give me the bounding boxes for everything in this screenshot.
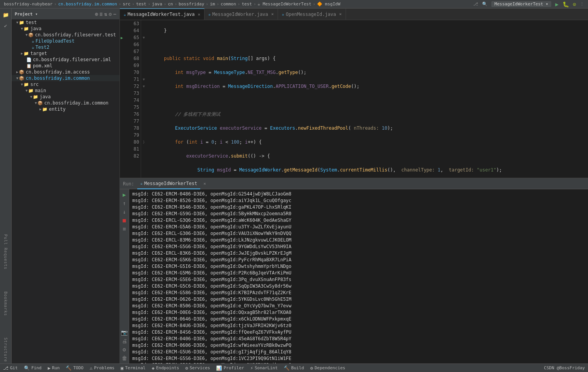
tree-item-entity[interactable]: ▶ 📁 entity [12,106,119,112]
vcs-icon[interactable]: ⎇ [473,2,478,7]
breadcrumb-java[interactable]: java [152,2,162,7]
coverage-button[interactable]: ⊙ [573,1,576,7]
run-wrap-btn[interactable]: ≡ [121,225,128,233]
line-number: 78 [120,125,141,132]
code-content[interactable]: } public static void main(String[] args)… [147,20,588,178]
sidebar-settings-icon[interactable]: ⚙ [109,11,112,17]
output-line: msgId: CE62-ERCM-G5C6-D3E6, openMsgId:Sq… [132,283,585,290]
tab-close-btn[interactable]: × [198,12,200,17]
tree-item-pkg2[interactable]: ▼ 📦 cn.bossfriday.im.common [12,100,119,106]
status-services[interactable]: ⚙ Services [185,365,210,371]
chevron-right: ▶ [39,107,41,111]
run-tab-messageidworkertest[interactable]: ☕ MessageIdWorkerTest [137,178,200,189]
status-terminal[interactable]: ▣ Terminal [121,365,145,371]
run-trash-btn[interactable]: 🗑 [121,354,128,362]
status-run[interactable]: ▶ Run [48,365,60,371]
breadcrumb-test2[interactable]: test [242,2,252,7]
breadcrumb-cn[interactable]: cn [168,2,173,7]
tab-openmessageid[interactable]: ☕ OpenMessageId.java × [278,9,346,20]
status-todo[interactable]: 🔨 TODO [66,365,84,371]
chevron-down: ▼ [16,76,18,80]
tab-close-btn[interactable]: × [339,12,342,17]
fold-icon[interactable]: ▼ [141,34,147,41]
tree-item-iml[interactable]: 📄 cn.bossfriday.fileserver.iml [12,57,119,63]
run-stop-btn[interactable]: ■ [121,216,128,224]
run-panel: Run: ☕ MessageIdWorkerTest × ▶ ↑ ↓ ■ [120,178,588,363]
run-restart-btn[interactable]: ▶ [121,191,128,199]
sidebar-sort-icon[interactable]: ⇅ [104,11,107,17]
run-gutter-icon[interactable]: ▶ [121,36,123,40]
breadcrumb-common[interactable]: cn.bossfriday.im.common [58,2,117,7]
module-icon: 📦 [19,76,24,81]
tree-item-test[interactable]: ▼ 📁 test [12,19,119,26]
status-find[interactable]: 🔍 Find [24,365,42,371]
breadcrumb-im[interactable]: im [210,2,215,7]
debug-button[interactable]: 🐛 [562,1,569,7]
status-problems[interactable]: ⚠ Problems [90,365,114,371]
tab-messageidworker[interactable]: ☕ MessageIdWorker.java × [205,9,278,20]
output-line: msgId: CE62-ERCM-G5K6-D3E6, openMsgId:Py… [132,257,585,263]
tree-item-im-access[interactable]: ▶ 📦 cn.bossfriday.im.access [12,69,119,75]
tree-item-fileupload[interactable]: ☕ FileUploadTest [12,38,119,44]
code-editor[interactable]: 63 64 ▶ 65 66 67 68 69 70 71 72 73 74 75 [120,20,588,178]
run-tab-close[interactable]: × [203,181,206,186]
git-icon: ⎇ [3,365,9,371]
tree-label: java [30,26,41,31]
status-git[interactable]: ⎇ Git [3,365,18,371]
line-number: ▶ 65 [120,34,141,41]
sidebar-add-icon[interactable]: ⊕ [95,11,98,17]
breadcrumb-bossfriday[interactable]: bossfriday-nubybear [4,2,53,7]
tree-item-pom[interactable]: 📋 pom.xml [12,63,119,69]
bookmarks-label[interactable]: Bookmarks [3,291,8,316]
tab-close-btn[interactable]: × [271,12,274,17]
terminal-label: Terminal [125,365,145,370]
status-build[interactable]: 🔨 Build [284,365,304,371]
tree-item-target[interactable]: ▶ 📁 target [12,50,119,57]
breadcrumb-common2[interactable]: common [221,2,236,7]
run-output[interactable]: msgId: CE62-ERCM-0486-D3E6, openMsgId:G2… [129,189,588,363]
code-line-72: executorService.submit(() -> { [153,153,588,159]
status-sonarlint[interactable]: ⚡ SonarLint [250,365,278,371]
breadcrumb-test[interactable]: test [136,2,147,7]
status-dependencies[interactable]: ⚙ Dependencies [310,365,345,371]
status-endpoints[interactable]: ◈ Endpoints [152,365,179,371]
folder-icon: 📁 [19,20,24,25]
tree-item-src[interactable]: ▼ 📁 src [12,81,119,87]
fold-icon[interactable]: ▼ [141,83,147,90]
tree-item-test2[interactable]: ☕ Test2 [12,44,119,50]
breadcrumb-class[interactable]: ☕ MessageIdWorkerTest [257,2,311,7]
pull-requests-label[interactable]: Pull Requests [3,234,8,269]
sidebar-close-icon[interactable]: − [113,11,116,17]
tab-messageidworkertest[interactable]: ☕ MessageIdWorkerTest.java × [120,9,205,20]
run-scroll-up[interactable]: ↑ [121,199,128,207]
tree-item-main[interactable]: ▼ 📁 main [12,87,119,94]
run-config-selector[interactable]: MessageIdWorkerTest ▾ [491,1,551,7]
run-scroll-down[interactable]: ↓ [121,208,128,216]
more-actions[interactable]: ⋮ [580,2,584,7]
status-bar: ⎇ Git 🔍 Find ▶ Run 🔨 TODO ⚠ Problems ▣ T… [0,363,588,372]
project-view-button[interactable]: 📁 [1,10,10,19]
tree-item-im-common[interactable]: ▼ 📦 cn.bossfriday.im.common [12,75,119,81]
run-print-btn[interactable]: 🖨 [121,337,128,345]
chevron-down: ▼ [16,21,18,24]
output-line: msgId: CE62-ERCM-G5Q6-D3E6, openMsgId:xu… [132,362,585,363]
run-button[interactable]: ▶ [555,1,558,7]
tree-label: test [26,20,37,25]
run-settings-btn[interactable]: ⚙ [121,346,128,353]
fold-icon[interactable]: ▼ [141,76,147,83]
breadcrumb-src[interactable]: src [123,2,130,7]
breadcrumb-bossfriday2[interactable]: bossfriday [179,2,204,7]
sep5: › [164,2,167,7]
structure-label[interactable]: Structure [3,338,8,362]
tree-item-pkg[interactable]: ▼ 📦 cn.bossfriday.fileserver.test [12,32,119,38]
status-profiler[interactable]: 📊 Profiler [216,365,244,371]
tree-item-java[interactable]: ▼ 📁 java [12,26,119,32]
profiler-label: Profiler [223,365,244,370]
run-screenshot-btn[interactable]: 📷 [121,329,128,336]
tree-item-java2[interactable]: ▼ 📁 java [12,94,119,100]
search-icon[interactable]: 🔍 [482,2,487,7]
breadcrumb-method[interactable]: 🔶 msgIdW [317,2,340,7]
tab-bar: ☕ MessageIdWorkerTest.java × ☕ MessageId… [120,9,588,20]
commit-button[interactable]: ✔ [1,21,10,30]
sidebar-collapse-icon[interactable]: ≡ [100,11,103,17]
